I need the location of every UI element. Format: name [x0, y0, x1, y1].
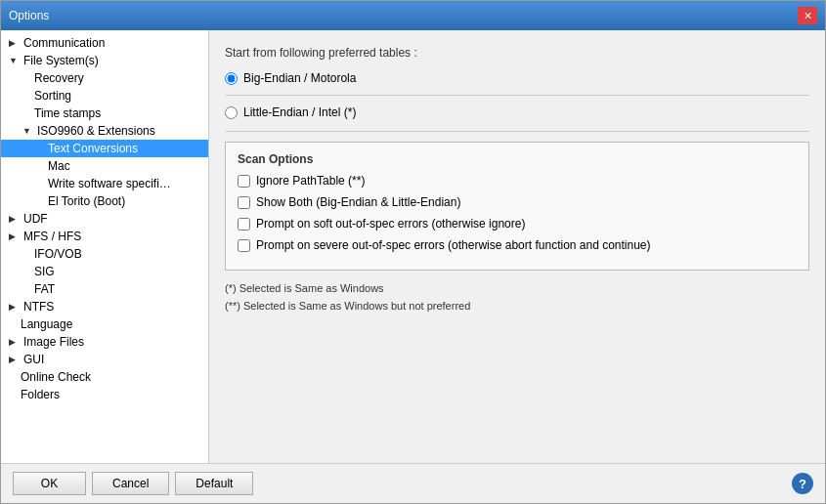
- sidebar-item-writesoftware[interactable]: Write software specifi…: [1, 175, 208, 192]
- sidebar-item-timestamps[interactable]: Time stamps: [1, 105, 208, 122]
- sidebar-item-label: Mac: [48, 159, 204, 173]
- dialog-title: Options: [9, 9, 49, 22]
- sidebar-item-sorting[interactable]: Sorting: [1, 87, 208, 105]
- sidebar-item-folders[interactable]: Folders: [1, 386, 208, 403]
- ok-button[interactable]: OK: [13, 472, 86, 495]
- arrow-icon: ▶: [9, 38, 21, 48]
- sidebar-item-label: Sorting: [34, 89, 204, 103]
- sidebar-item-language[interactable]: Language: [1, 315, 208, 333]
- sidebar-item-label: Write software specifi…: [48, 177, 204, 190]
- sidebar-item-label: NTFS: [23, 300, 204, 314]
- arrow-icon: ▼: [22, 126, 34, 136]
- sidebar-item-communication[interactable]: ▶Communication: [1, 34, 208, 52]
- sidebar-item-label: MFS / HFS: [23, 230, 204, 243]
- arrow-icon: ▼: [9, 56, 21, 65]
- sidebar-item-label: ISO9960 & Extensions: [37, 124, 204, 138]
- showboth-checkbox[interactable]: [238, 196, 250, 209]
- sidebar[interactable]: ▶Communication▼File System(s)RecoverySor…: [1, 30, 209, 463]
- section-title: Start from following preferred tables :: [225, 46, 809, 60]
- sidebar-item-label: File System(s): [23, 54, 204, 67]
- help-button[interactable]: ?: [792, 473, 813, 494]
- sidebar-item-label: Text Conversions: [48, 142, 204, 155]
- sidebar-item-label: UDF: [23, 212, 204, 226]
- bigendian-radio[interactable]: [225, 72, 238, 85]
- arrow-icon: ▶: [9, 302, 21, 312]
- radio-littleendian[interactable]: Little-Endian / Intel (*): [225, 105, 809, 119]
- sidebar-item-label: FAT: [34, 282, 204, 296]
- checkbox-showboth[interactable]: Show Both (Big-Endian & Little-Endian): [238, 195, 797, 209]
- sidebar-item-label: Communication: [23, 36, 204, 50]
- littleendian-radio[interactable]: [225, 106, 238, 119]
- ignorepathtable-label: Ignore PathTable (**): [256, 174, 365, 188]
- sidebar-item-label: IFO/VOB: [34, 247, 204, 261]
- sidebar-item-eltorito[interactable]: El Torito (Boot): [1, 192, 208, 210]
- checkbox-promptsoft[interactable]: Prompt on soft out-of-spec errors (other…: [238, 217, 797, 231]
- sidebar-item-label: Language: [21, 317, 204, 331]
- sidebar-item-fat[interactable]: FAT: [1, 280, 208, 298]
- promptsoft-label: Prompt on soft out-of-spec errors (other…: [256, 217, 525, 231]
- sidebar-item-mfshfs[interactable]: ▶MFS / HFS: [1, 228, 208, 245]
- sidebar-item-filesystems[interactable]: ▼File System(s): [1, 52, 208, 69]
- sidebar-item-onlinecheck[interactable]: Online Check: [1, 368, 208, 386]
- sidebar-item-ifovob[interactable]: IFO/VOB: [1, 245, 208, 263]
- sidebar-item-iso9960[interactable]: ▼ISO9960 & Extensions: [1, 122, 208, 140]
- sidebar-item-label: Online Check: [21, 370, 204, 384]
- options-dialog: Options ✕ ▶Communication▼File System(s)R…: [0, 0, 826, 504]
- bottom-bar: OK Cancel Default ?: [1, 463, 825, 503]
- scan-options-title: Scan Options: [238, 152, 797, 166]
- title-bar: Options ✕: [1, 1, 825, 30]
- radio-group: Big-Endian / Motorola Little-Endian / In…: [225, 71, 809, 119]
- littleendian-label: Little-Endian / Intel (*): [243, 105, 356, 119]
- sidebar-item-udf[interactable]: ▶UDF: [1, 210, 208, 228]
- sidebar-item-imagefiles[interactable]: ▶Image Files: [1, 333, 208, 351]
- sidebar-item-label: Image Files: [23, 335, 204, 349]
- showboth-label: Show Both (Big-Endian & Little-Endian): [256, 195, 460, 209]
- checkbox-promptsevere[interactable]: Prompt on severe out-of-spec errors (oth…: [238, 238, 797, 252]
- sidebar-item-ntfs[interactable]: ▶NTFS: [1, 298, 208, 315]
- main-panel: Start from following preferred tables : …: [209, 30, 825, 463]
- sidebar-item-textconversions[interactable]: Text Conversions: [1, 140, 208, 157]
- note-2: (**) Selected is Same as Windows but not…: [225, 300, 809, 312]
- divider-2: [225, 131, 809, 132]
- close-button[interactable]: ✕: [798, 7, 817, 24]
- arrow-icon: ▶: [9, 214, 21, 224]
- divider-1: [225, 95, 809, 96]
- sidebar-item-label: Folders: [21, 388, 204, 401]
- bigendian-label: Big-Endian / Motorola: [243, 71, 356, 85]
- sidebar-item-sig[interactable]: SIG: [1, 263, 208, 280]
- arrow-icon: ▶: [9, 231, 21, 241]
- sidebar-item-label: GUI: [23, 353, 204, 366]
- promptsoft-checkbox[interactable]: [238, 218, 250, 231]
- ignorepathtable-checkbox[interactable]: [238, 175, 250, 188]
- sidebar-item-label: Recovery: [34, 71, 204, 85]
- scan-options-group: Scan Options Ignore PathTable (**) Show …: [225, 142, 809, 271]
- promptsevere-checkbox[interactable]: [238, 239, 250, 252]
- note-1: (*) Selected is Same as Windows: [225, 282, 809, 294]
- cancel-button[interactable]: Cancel: [92, 472, 169, 495]
- arrow-icon: ▶: [9, 337, 21, 347]
- content-area: ▶Communication▼File System(s)RecoverySor…: [1, 30, 825, 463]
- bottom-buttons: OK Cancel Default: [13, 472, 253, 495]
- sidebar-item-label: El Torito (Boot): [48, 194, 204, 208]
- radio-bigendian[interactable]: Big-Endian / Motorola: [225, 71, 809, 85]
- sidebar-item-recovery[interactable]: Recovery: [1, 69, 208, 87]
- sidebar-item-label: Time stamps: [34, 106, 204, 120]
- sidebar-item-label: SIG: [34, 265, 204, 278]
- promptsevere-label: Prompt on severe out-of-spec errors (oth…: [256, 238, 651, 252]
- arrow-icon: ▶: [9, 355, 21, 364]
- checkbox-ignorepathtable[interactable]: Ignore PathTable (**): [238, 174, 797, 188]
- sidebar-item-gui[interactable]: ▶GUI: [1, 351, 208, 368]
- sidebar-item-mac[interactable]: Mac: [1, 157, 208, 175]
- default-button[interactable]: Default: [175, 472, 253, 495]
